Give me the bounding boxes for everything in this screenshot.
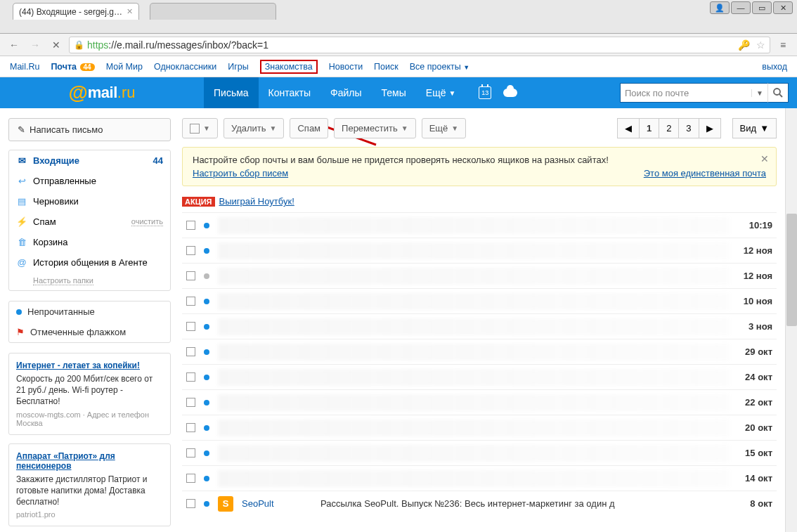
notice-close-icon[interactable]: ✕: [760, 153, 769, 164]
calendar-icon: 13: [479, 86, 491, 99]
message-checkbox[interactable]: [186, 347, 195, 356]
key-icon[interactable]: 🔑: [738, 39, 750, 51]
message-checkbox[interactable]: [186, 398, 195, 407]
forward-button[interactable]: →: [27, 37, 44, 53]
ad-block: Аппарат «Патриот» для пенсионеровЗакажит…: [8, 443, 171, 527]
close-window-button[interactable]: ✕: [773, 1, 793, 14]
message-row[interactable]: 15 окт: [182, 440, 777, 465]
compose-button[interactable]: ✎ Написать письмо: [8, 118, 171, 141]
scrollbar-thumb[interactable]: [786, 214, 797, 326]
topnav-odnoklassniki[interactable]: Одноклассники: [154, 62, 216, 72]
message-row[interactable]: 12 ноя: [182, 263, 777, 288]
message-time: 8 окт: [737, 498, 772, 509]
folder-item[interactable]: 🗑Корзина: [9, 232, 170, 252]
filter-label: Отмеченные флажком: [30, 327, 126, 337]
tab-themes[interactable]: Темы: [372, 77, 416, 108]
tab-letters[interactable]: Письма: [204, 77, 259, 108]
page-3-button[interactable]: 3: [678, 118, 699, 138]
view-button[interactable]: Вид▼: [732, 118, 777, 138]
topnav-dating[interactable]: Знакомства: [260, 62, 318, 72]
topnav-news[interactable]: Новости: [329, 62, 363, 72]
back-button[interactable]: ←: [6, 37, 22, 53]
message-checkbox[interactable]: [186, 322, 195, 331]
filter-item[interactable]: Непрочитанные: [9, 301, 170, 322]
topnav-search[interactable]: Поиск: [374, 62, 398, 72]
folder-label: История общения в Агенте: [33, 257, 148, 268]
message-checkbox[interactable]: [186, 271, 195, 280]
configure-folders-link[interactable]: Настроить папки: [33, 276, 93, 285]
message-list: 10:19 12 ноя 12 ноя 10 ноя 3 ноя 29 окт …: [182, 212, 777, 516]
browser-menu-button[interactable]: ≡: [775, 37, 791, 53]
topnav-moymir[interactable]: Мой Мир: [106, 62, 143, 72]
delete-button[interactable]: Удалить▼: [223, 118, 285, 138]
message-row[interactable]: 12 ноя: [182, 238, 777, 263]
folder-item[interactable]: ⚡Спамочистить: [9, 212, 170, 232]
message-checkbox[interactable]: [186, 448, 195, 458]
page-next-button[interactable]: ▶: [699, 118, 721, 138]
message-checkbox[interactable]: [186, 372, 195, 382]
maximize-button[interactable]: ▭: [752, 1, 772, 14]
spam-button[interactable]: Спам: [290, 118, 328, 138]
folder-item[interactable]: @История общения в Агенте: [9, 252, 170, 273]
notice-only-mail-link[interactable]: Это моя единственная почта: [644, 168, 766, 179]
browser-tab-active[interactable]: (44) Входящие - sergej.g… ✕: [13, 3, 139, 20]
topnav-mail[interactable]: Почта 44: [51, 62, 94, 72]
message-row[interactable]: 24 окт: [182, 364, 777, 389]
reload-button[interactable]: ✕: [48, 37, 65, 53]
search-dropdown-icon[interactable]: ▼: [751, 89, 763, 97]
search-input[interactable]: Поиск по почте ▼: [620, 83, 767, 103]
message-row[interactable]: 14 окт: [182, 465, 777, 491]
folder-item[interactable]: ✉Входящие44: [9, 150, 170, 171]
folder-icon: 🗑: [16, 237, 27, 247]
message-row[interactable]: 10:19: [182, 212, 777, 238]
message-row[interactable]: 3 ноя: [182, 313, 777, 339]
topnav-games[interactable]: Игры: [228, 62, 248, 72]
calendar-button[interactable]: 13: [472, 86, 498, 99]
svg-line-2: [779, 94, 782, 97]
page-2-button[interactable]: 2: [659, 118, 679, 138]
tab-close-icon[interactable]: ✕: [127, 7, 133, 16]
message-row[interactable]: 29 окт: [182, 339, 777, 364]
folder-clear-link[interactable]: очистить: [131, 217, 163, 226]
message-checkbox[interactable]: [186, 474, 195, 483]
topnav-mailru[interactable]: Mail.Ru: [10, 62, 39, 72]
message-checkbox[interactable]: [186, 499, 195, 508]
scrollbar-track[interactable]: [785, 108, 797, 532]
ad-title-link[interactable]: Интернет - летает за копейки!: [16, 361, 163, 370]
page-prev-button[interactable]: ◀: [617, 118, 640, 138]
move-button[interactable]: Переместить▼: [334, 118, 416, 138]
folder-label: Входящие: [33, 155, 79, 166]
message-checkbox[interactable]: [186, 246, 195, 255]
message-checkbox[interactable]: [186, 423, 195, 432]
logout-link[interactable]: выход: [762, 62, 787, 72]
folder-label: Черновики: [33, 196, 79, 207]
cloud-button[interactable]: [498, 89, 523, 97]
message-row[interactable]: S SeoPult Рассылка SeoPult. Выпуск №236:…: [182, 491, 777, 516]
minimize-button[interactable]: —: [731, 1, 751, 14]
topnav-all-projects[interactable]: Все проекты ▼: [410, 62, 469, 72]
message-row[interactable]: 20 окт: [182, 415, 777, 440]
filter-item[interactable]: ⚑Отмеченные флажком: [9, 322, 170, 342]
tab-files[interactable]: Файлы: [320, 77, 371, 108]
promo-link[interactable]: Выиграй Ноутбук!: [219, 196, 294, 207]
message-checkbox[interactable]: [186, 297, 195, 306]
folder-item[interactable]: ▤Черновики: [9, 191, 170, 212]
ad-text: Скорость до 200 Мбит/сек всего от 21 руб…: [16, 373, 163, 408]
logo[interactable]: @mail.ru: [0, 82, 204, 104]
promo-badge: АКЦИЯ: [182, 197, 215, 207]
more-button[interactable]: Ещё▼: [422, 118, 467, 138]
page-1-button[interactable]: 1: [639, 118, 659, 138]
bookmark-star-icon[interactable]: ☆: [756, 39, 765, 51]
select-all-checkbox[interactable]: ▼: [182, 118, 218, 138]
url-input[interactable]: 🔒 https://e.mail.ru/messages/inbox/?back…: [69, 37, 770, 53]
browser-tab-inactive[interactable]: [150, 3, 276, 20]
message-row[interactable]: 22 окт: [182, 389, 777, 415]
message-checkbox[interactable]: [186, 221, 195, 230]
search-button[interactable]: [767, 83, 789, 103]
tab-more[interactable]: Ещё▼: [416, 77, 466, 108]
ad-title-link[interactable]: Аппарат «Патриот» для пенсионеров: [16, 451, 163, 471]
folder-item[interactable]: ↩Отправленные: [9, 171, 170, 191]
tab-contacts[interactable]: Контакты: [259, 77, 320, 108]
notice-configure-link[interactable]: Настроить сбор писем: [193, 168, 288, 179]
message-row[interactable]: 10 ноя: [182, 288, 777, 313]
